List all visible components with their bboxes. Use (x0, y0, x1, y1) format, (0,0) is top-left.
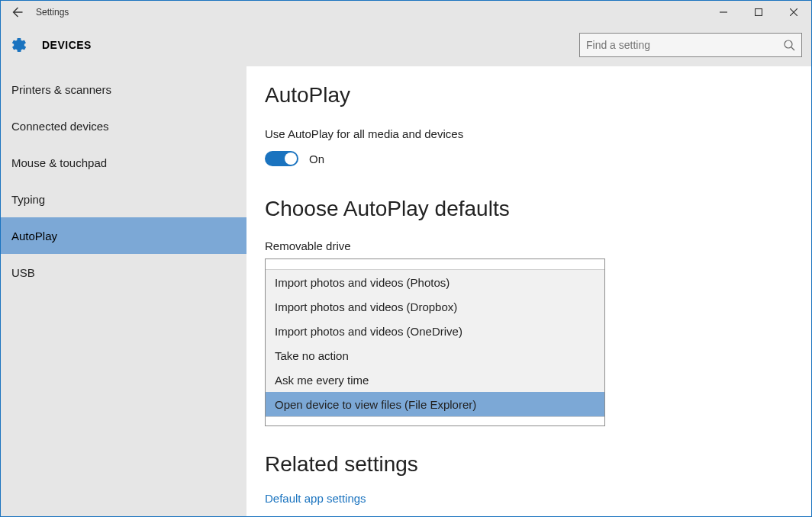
content: AutoPlay Use AutoPlay for all media and … (246, 66, 811, 516)
svg-rect-0 (756, 9, 762, 16)
sidebar-item-label: USB (11, 266, 35, 279)
dropdown-option[interactable]: Import photos and videos (Dropbox) (266, 294, 604, 319)
dropdown-option[interactable]: Import photos and videos (OneDrive) (266, 319, 604, 343)
dropdown-option-label: Import photos and videos (OneDrive) (275, 325, 462, 338)
default-app-settings-link[interactable]: Default app settings (265, 492, 791, 505)
dropdown-option-label: Ask me every time (275, 374, 369, 387)
sidebar-item-autoplay[interactable]: AutoPlay (1, 217, 246, 254)
sidebar: Printers & scanners Connected devices Mo… (1, 66, 246, 516)
sidebar-item-printers[interactable]: Printers & scanners (1, 71, 246, 108)
sidebar-item-label: Mouse & touchpad (11, 156, 107, 169)
dropdown-option[interactable]: Import photos and videos (Photos) (266, 270, 604, 294)
category-title: DEVICES (42, 39, 92, 51)
page-title: AutoPlay (265, 83, 791, 108)
svg-point-1 (785, 40, 792, 48)
sidebar-item-usb[interactable]: USB (1, 254, 246, 291)
gear-icon (10, 36, 28, 54)
dropdown-option-selected[interactable]: Open device to view files (File Explorer… (266, 392, 604, 416)
search-icon (783, 39, 795, 51)
header: DEVICES (1, 24, 811, 66)
maximize-button[interactable] (741, 1, 776, 24)
related-heading: Related settings (265, 452, 791, 477)
sidebar-item-typing[interactable]: Typing (1, 181, 246, 217)
autoplay-toggle[interactable] (265, 151, 298, 166)
settings-window: Settings DEVICES Printers & scanners (0, 0, 812, 517)
removable-drive-dropdown[interactable]: Import photos and videos (Photos) Import… (265, 258, 605, 426)
autoplay-toggle-row: On (265, 151, 791, 166)
sidebar-item-label: Connected devices (11, 120, 109, 133)
dropdown-option-label: Import photos and videos (Photos) (275, 276, 450, 289)
sidebar-item-mouse-touchpad[interactable]: Mouse & touchpad (1, 144, 246, 181)
toggle-knob (285, 153, 297, 165)
minimize-button[interactable] (706, 1, 741, 24)
dropdown-top-strip (266, 259, 604, 270)
dropdown-list: Import photos and videos (Photos) Import… (266, 270, 604, 416)
dropdown-option-label: Import photos and videos (Dropbox) (275, 300, 457, 313)
close-button[interactable] (776, 1, 811, 24)
toggle-state-label: On (309, 153, 324, 165)
defaults-heading: Choose AutoPlay defaults (265, 197, 791, 221)
body: Printers & scanners Connected devices Mo… (1, 66, 811, 516)
sidebar-item-label: Typing (11, 193, 45, 206)
titlebar: Settings (1, 1, 811, 24)
sidebar-item-label: Printers & scanners (11, 83, 111, 96)
removable-drive-label: Removable drive (265, 239, 791, 252)
dropdown-option[interactable]: Ask me every time (266, 368, 604, 392)
autoplay-description: Use AutoPlay for all media and devices (265, 127, 791, 140)
dropdown-option[interactable]: Take no action (266, 343, 604, 368)
dropdown-bottom-strip (266, 416, 604, 425)
dropdown-option-label: Open device to view files (File Explorer… (275, 398, 476, 411)
sidebar-item-label: AutoPlay (11, 230, 57, 242)
search-input[interactable] (586, 39, 783, 51)
back-button[interactable] (1, 1, 33, 24)
window-title: Settings (36, 7, 69, 18)
search-box[interactable] (579, 33, 802, 57)
dropdown-option-label: Take no action (275, 349, 349, 362)
sidebar-item-connected-devices[interactable]: Connected devices (1, 108, 246, 144)
